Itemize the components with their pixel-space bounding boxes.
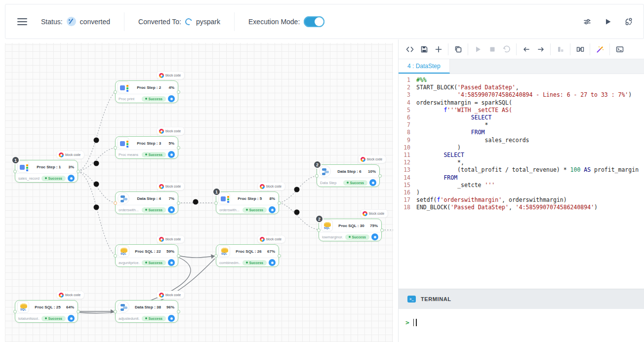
code-line[interactable]: 8 FROM bbox=[399, 129, 644, 136]
node-data-step-4[interactable]: Data Step : 47%orderswith...Success bbox=[115, 191, 178, 214]
block-code-badge[interactable]: block code bbox=[157, 291, 185, 299]
code-editor[interactable]: 1#%%2START_BLOCK('Passed DataStep',3 '4:… bbox=[399, 74, 644, 249]
node-proc-step-3[interactable]: Proc Step : 35%Proc meansSuccess bbox=[115, 136, 178, 159]
code-line[interactable]: 12 *, bbox=[399, 159, 644, 166]
output-port[interactable] bbox=[177, 310, 180, 313]
code-line[interactable]: 1#%% bbox=[399, 76, 644, 84]
node-action-button[interactable] bbox=[371, 233, 378, 240]
output-port[interactable] bbox=[77, 170, 80, 173]
collapsed-edge-dot[interactable] bbox=[294, 210, 300, 215]
block-code-badge[interactable]: block code bbox=[56, 291, 84, 299]
input-port[interactable] bbox=[114, 201, 117, 205]
input-port[interactable] bbox=[214, 254, 218, 258]
input-port[interactable] bbox=[114, 146, 117, 150]
block-code-badge[interactable]: block code bbox=[257, 235, 285, 243]
input-port[interactable] bbox=[114, 254, 117, 258]
node-proc-step-1[interactable]: Proc Step : 13%sales_recordsSuccess1 bbox=[15, 160, 78, 183]
block-code-badge[interactable]: block code bbox=[358, 155, 386, 163]
collapsed-edge-dot[interactable] bbox=[94, 205, 99, 210]
node-data-step-6[interactable]: Data Step : 610%Data StepSuccess2 bbox=[317, 164, 380, 187]
input-port[interactable] bbox=[13, 170, 17, 173]
workflow-canvas[interactable]: block codeProc Step : 13%sales_recordsSu… bbox=[5, 43, 393, 342]
node-action-button[interactable] bbox=[168, 206, 175, 213]
block-code-badge[interactable]: block code bbox=[157, 127, 185, 135]
input-port[interactable] bbox=[317, 228, 321, 232]
output-port[interactable] bbox=[378, 174, 382, 178]
input-port[interactable] bbox=[114, 90, 117, 94]
arrow-left-icon[interactable] bbox=[519, 42, 533, 56]
code-line-content: (total_profit / total_revenue) * 100 AS … bbox=[416, 166, 639, 174]
input-port[interactable] bbox=[13, 310, 17, 313]
execution-mode-toggle[interactable] bbox=[304, 16, 324, 27]
code-line[interactable]: 4orderswithmargin = sparkSQL( bbox=[399, 99, 644, 107]
node-proc-sql-22[interactable]: SQLProc SQL : 2259%avgunitprice...Succes… bbox=[115, 244, 178, 267]
code-line[interactable]: 15 _setcte ''' bbox=[399, 182, 644, 189]
collapsed-edge-dot[interactable] bbox=[94, 138, 99, 143]
arrow-right-icon[interactable] bbox=[533, 42, 548, 56]
code-line[interactable]: 9 sales_records bbox=[399, 137, 644, 144]
output-port[interactable] bbox=[278, 201, 281, 205]
code-line[interactable]: 5 f'''WITH _setCTE AS( bbox=[399, 107, 644, 114]
plus-icon[interactable] bbox=[431, 42, 445, 56]
terminal-icon[interactable] bbox=[612, 42, 627, 56]
node-action-button[interactable] bbox=[68, 175, 75, 182]
node-data-step-38[interactable]: Data Step : 3896%adjustedunit...Success bbox=[115, 300, 178, 323]
node-action-button[interactable] bbox=[269, 206, 276, 213]
input-port[interactable] bbox=[214, 201, 218, 205]
node-proc-sql-30[interactable]: SQLProc SQL : 3075%lowmarginor...Success… bbox=[319, 219, 382, 241]
wand-icon[interactable] bbox=[593, 42, 607, 56]
node-action-button[interactable] bbox=[369, 179, 376, 186]
code-line[interactable]: 6 SELECT bbox=[399, 114, 644, 121]
output-port[interactable] bbox=[177, 254, 180, 258]
node-action-button[interactable] bbox=[269, 259, 276, 266]
compare-icon[interactable] bbox=[573, 42, 587, 56]
block-code-badge[interactable]: block code bbox=[56, 151, 84, 159]
node-action-button[interactable] bbox=[168, 315, 175, 322]
input-port[interactable] bbox=[114, 310, 117, 313]
block-code-badge[interactable]: block code bbox=[157, 71, 185, 79]
tab-datastep[interactable]: 4 : DataStep bbox=[399, 59, 450, 74]
run-all-icon[interactable] bbox=[600, 14, 616, 30]
node-proc-sql-25[interactable]: SQLProc SQL : 2564%totalunitssol...Succe… bbox=[15, 300, 78, 323]
code-line[interactable]: 10 ) bbox=[399, 144, 644, 152]
code-line[interactable]: 17setdf(f'orderswithmargin', orderswithm… bbox=[399, 196, 644, 204]
node-action-button[interactable] bbox=[68, 315, 75, 322]
collapsed-edge-dot[interactable] bbox=[193, 199, 199, 205]
block-code-badge[interactable]: block code bbox=[157, 182, 185, 190]
node-proc-step-2[interactable]: Proc Step : 24%Proc printSuccess bbox=[115, 80, 178, 103]
code-line[interactable]: 7 * bbox=[399, 121, 644, 129]
output-port[interactable] bbox=[177, 201, 180, 205]
node-proc-step-5[interactable]: Proc Step : 58%orderswith...Success1 bbox=[216, 191, 279, 214]
block-code-badge[interactable]: block code bbox=[157, 235, 185, 243]
output-port[interactable] bbox=[77, 310, 80, 313]
terminal-body[interactable]: > bbox=[399, 309, 644, 326]
block-code-badge[interactable]: block code bbox=[360, 209, 388, 218]
code-line[interactable]: 18END_BLOCK('Passed DataStep', '4:585990… bbox=[399, 204, 644, 211]
code-line[interactable]: 14 FROM bbox=[399, 174, 644, 182]
collapsed-edge-dot[interactable] bbox=[94, 182, 99, 187]
node-action-button[interactable] bbox=[168, 151, 175, 158]
output-port[interactable] bbox=[177, 146, 180, 150]
output-port[interactable] bbox=[380, 228, 384, 232]
regroup-icon[interactable] bbox=[621, 14, 637, 30]
code-line[interactable]: 16) bbox=[399, 189, 644, 196]
node-proc-sql-26[interactable]: SQLProc SQL : 2667%combinedm...Success bbox=[216, 244, 279, 267]
output-port[interactable] bbox=[278, 254, 281, 258]
output-port[interactable] bbox=[177, 90, 180, 94]
input-port[interactable] bbox=[315, 174, 319, 178]
code-line[interactable]: 3 '4:5859907074586240894 - Lines: 6 - 27… bbox=[399, 91, 644, 99]
code-line[interactable]: 13 (total_profit / total_revenue) * 100 … bbox=[399, 166, 644, 174]
hamburger-icon[interactable] bbox=[17, 18, 27, 25]
code-line[interactable]: 2START_BLOCK('Passed DataStep', bbox=[399, 84, 644, 91]
code-line[interactable]: 11 SELECT bbox=[399, 152, 644, 159]
code-icon[interactable] bbox=[402, 42, 417, 56]
settings-sliders-icon[interactable] bbox=[579, 14, 595, 30]
copy-icon[interactable] bbox=[451, 42, 465, 56]
collapsed-edge-dot[interactable] bbox=[294, 187, 300, 192]
node-action-button[interactable] bbox=[168, 259, 175, 266]
node-action-button[interactable] bbox=[168, 95, 175, 102]
collapsed-edge-dot[interactable] bbox=[94, 161, 99, 166]
save-icon[interactable] bbox=[417, 42, 431, 56]
terminal-header[interactable]: >_ TERMINAL bbox=[399, 289, 644, 309]
block-code-badge[interactable]: block code bbox=[257, 182, 285, 190]
